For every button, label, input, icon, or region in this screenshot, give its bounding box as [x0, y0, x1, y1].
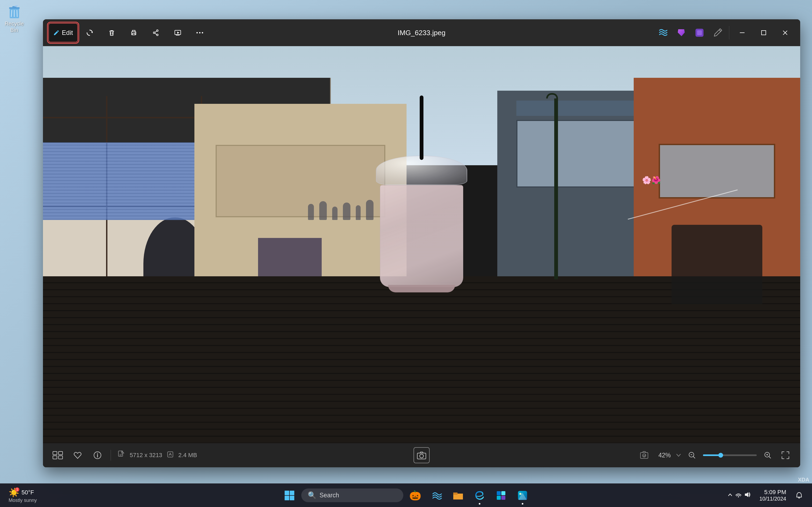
image-dimensions: 5712 x 3213	[130, 452, 162, 459]
taskbar: ☀️ 1 50°F Mostly sunny	[0, 484, 812, 507]
svg-point-8	[135, 33, 136, 33]
search-icon: 🔍	[308, 491, 316, 500]
more-options-button[interactable]	[190, 23, 210, 42]
svg-rect-58	[497, 496, 501, 500]
svg-rect-28	[58, 451, 62, 455]
show-hidden-icon	[728, 492, 732, 499]
taskbar-right: 5:09 PM 10/11/2024	[724, 488, 807, 503]
person	[343, 203, 350, 220]
file-metadata: 5712 x 3213 2.4 MB	[117, 450, 197, 460]
zoom-slider[interactable]	[703, 454, 757, 456]
photo-scene: 🌸🌺	[43, 46, 800, 443]
zoom-in-button[interactable]	[761, 449, 774, 462]
system-tray[interactable]	[724, 491, 754, 500]
taskbar-left: ☀️ 1 50°F Mostly sunny	[5, 486, 40, 505]
svg-marker-64	[745, 492, 748, 497]
tudor-beam	[106, 96, 107, 143]
purple-square-btn[interactable]	[692, 25, 708, 41]
minimize-button[interactable]	[732, 23, 752, 42]
delete-button[interactable]	[101, 23, 122, 42]
save-camera-icon[interactable]	[638, 449, 651, 462]
people-detect-button[interactable]	[413, 447, 429, 463]
pen-icon-btn[interactable]	[710, 25, 726, 41]
svg-rect-41	[641, 453, 648, 458]
view-mode-icon[interactable]	[51, 449, 64, 462]
zoom-out-button[interactable]	[685, 449, 699, 462]
edit-button[interactable]: Edit	[48, 23, 78, 42]
svg-rect-30	[58, 456, 62, 459]
datetime-widget[interactable]: 5:09 PM 10/11/2024	[757, 488, 789, 503]
halloween-button[interactable]: 🎃	[405, 486, 425, 505]
edit-label: Edit	[62, 29, 73, 37]
search-label: Search	[319, 492, 339, 499]
svg-point-17	[197, 32, 198, 34]
rotate-button[interactable]	[80, 23, 100, 42]
status-left: 5712 x 3213 2.4 MB	[51, 449, 197, 462]
svg-rect-27	[53, 451, 57, 455]
fullscreen-button[interactable]	[779, 449, 792, 462]
file-icon	[117, 450, 125, 460]
maximize-button[interactable]	[754, 23, 773, 42]
purple-app-btn[interactable]	[673, 25, 689, 41]
svg-rect-50	[285, 491, 289, 495]
search-bar[interactable]: 🔍 Search	[301, 489, 403, 502]
xda-watermark: XDA	[798, 477, 809, 483]
halloween-icon: 🎃	[409, 490, 421, 501]
weather-widget[interactable]: ☀️ 1 50°F Mostly sunny	[5, 486, 40, 505]
svg-line-49	[769, 457, 771, 458]
copilot-icon-btn[interactable]	[655, 25, 671, 41]
svg-point-40	[420, 454, 423, 458]
title-bar: Edit	[43, 19, 800, 46]
svg-point-62	[519, 493, 521, 495]
info-icon[interactable]	[91, 449, 104, 462]
file-explorer-button[interactable]	[448, 486, 468, 505]
taskbar-center: 🔍 Search 🎃	[280, 486, 532, 505]
network-icon	[735, 492, 742, 499]
svg-point-33	[97, 453, 98, 454]
svg-rect-51	[290, 491, 294, 495]
recycle-bin-label: Recycle Bin	[3, 20, 25, 33]
person	[366, 200, 373, 220]
notification-button[interactable]	[792, 488, 807, 503]
file-size: 2.4 MB	[178, 452, 197, 459]
status-right: 42%	[638, 449, 792, 462]
photos-taskbar-button[interactable]	[513, 486, 532, 505]
window-title: IMG_6233.jpeg	[398, 29, 446, 37]
weather-temp: 50°F	[21, 489, 34, 496]
store-button[interactable]	[491, 486, 511, 505]
svg-point-19	[202, 32, 203, 34]
favorite-icon[interactable]	[71, 449, 84, 462]
desktop: Recycle Bin Edit	[0, 0, 812, 507]
milkshake-cup	[376, 96, 467, 292]
status-center	[413, 447, 429, 463]
chair	[671, 225, 762, 304]
weather-description: Mostly sunny	[9, 498, 37, 503]
person	[356, 205, 361, 220]
svg-rect-37	[167, 452, 173, 457]
svg-line-5	[17, 10, 17, 17]
start-button[interactable]	[280, 486, 299, 505]
svg-point-63	[738, 496, 739, 497]
zoom-thumb[interactable]	[718, 453, 723, 458]
svg-line-22	[719, 30, 721, 32]
weather-alert: ☀️ 1	[9, 488, 19, 498]
slideshow-button[interactable]	[167, 23, 188, 42]
svg-rect-56	[497, 491, 501, 495]
weather-alert-dot: 1	[15, 488, 19, 492]
svg-rect-57	[501, 491, 505, 495]
zoom-value: 42%	[655, 452, 674, 459]
recycle-bin-icon[interactable]: Recycle Bin	[2, 2, 26, 34]
svg-line-12	[155, 31, 157, 33]
close-button[interactable]	[775, 23, 795, 42]
share-button[interactable]	[146, 23, 166, 42]
person	[308, 204, 314, 220]
copilot-taskbar-button[interactable]	[427, 486, 446, 505]
weather-top: ☀️ 1 50°F	[9, 488, 37, 498]
edge-browser-button[interactable]	[470, 486, 489, 505]
zoom-dropdown[interactable]: 42%	[655, 452, 681, 459]
print-button[interactable]	[123, 23, 144, 42]
svg-rect-53	[290, 496, 294, 500]
svg-point-9	[157, 30, 158, 32]
cup-base	[388, 285, 455, 292]
titlebar-right	[655, 23, 795, 42]
